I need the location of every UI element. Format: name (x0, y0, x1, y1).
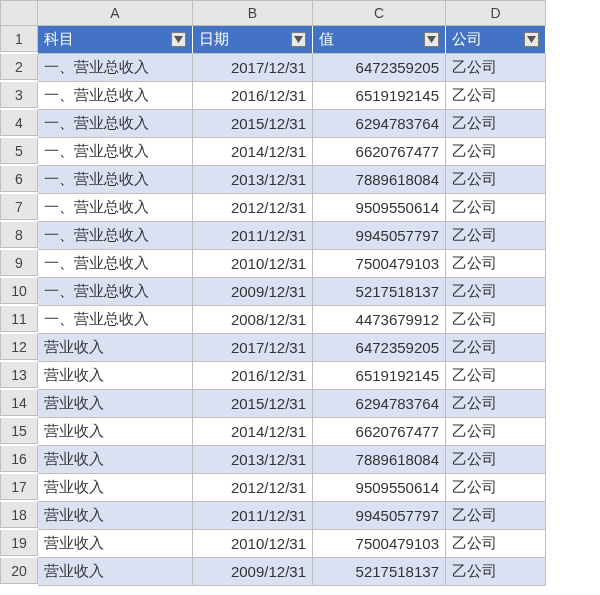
cell-date[interactable]: 2013/12/31 (193, 166, 313, 194)
row-header-7[interactable]: 7 (0, 194, 38, 220)
column-header-B[interactable]: B (193, 0, 313, 26)
row-header-17[interactable]: 17 (0, 474, 38, 500)
row-header-8[interactable]: 8 (0, 222, 38, 248)
cell-company[interactable]: 乙公司 (446, 250, 546, 278)
cell-value[interactable]: 6519192145 (313, 82, 446, 110)
cell-date[interactable]: 2017/12/31 (193, 54, 313, 82)
row-header-18[interactable]: 18 (0, 502, 38, 528)
cell-value[interactable]: 7889618084 (313, 166, 446, 194)
row-header-10[interactable]: 10 (0, 278, 38, 304)
cell-date[interactable]: 2014/12/31 (193, 138, 313, 166)
cell-date[interactable]: 2012/12/31 (193, 194, 313, 222)
cell-subject[interactable]: 营业收入 (38, 418, 193, 446)
cell-date[interactable]: 2012/12/31 (193, 474, 313, 502)
row-header-5[interactable]: 5 (0, 138, 38, 164)
cell-date[interactable]: 2010/12/31 (193, 250, 313, 278)
cell-company[interactable]: 乙公司 (446, 558, 546, 586)
cell-subject[interactable]: 一、营业总收入 (38, 306, 193, 334)
row-header-13[interactable]: 13 (0, 362, 38, 388)
row-header-16[interactable]: 16 (0, 446, 38, 472)
row-header-20[interactable]: 20 (0, 558, 38, 584)
cell-subject[interactable]: 营业收入 (38, 530, 193, 558)
cell-subject[interactable]: 一、营业总收入 (38, 110, 193, 138)
row-header-19[interactable]: 19 (0, 530, 38, 556)
cell-subject[interactable]: 营业收入 (38, 446, 193, 474)
cell-value[interactable]: 7500479103 (313, 250, 446, 278)
cell-value[interactable]: 7889618084 (313, 446, 446, 474)
cell-company[interactable]: 乙公司 (446, 110, 546, 138)
cell-value[interactable]: 6472359205 (313, 334, 446, 362)
cell-company[interactable]: 乙公司 (446, 530, 546, 558)
cell-date[interactable]: 2013/12/31 (193, 446, 313, 474)
cell-value[interactable]: 7500479103 (313, 530, 446, 558)
cell-company[interactable]: 乙公司 (446, 138, 546, 166)
column-header-A[interactable]: A (38, 0, 193, 26)
cell-subject[interactable]: 一、营业总收入 (38, 138, 193, 166)
cell-subject[interactable]: 一、营业总收入 (38, 250, 193, 278)
cell-company[interactable]: 乙公司 (446, 474, 546, 502)
table-header-subject[interactable]: 科目 (38, 26, 193, 54)
cell-value[interactable]: 9509550614 (313, 194, 446, 222)
cell-date[interactable]: 2008/12/31 (193, 306, 313, 334)
cell-subject[interactable]: 一、营业总收入 (38, 82, 193, 110)
cell-date[interactable]: 2016/12/31 (193, 362, 313, 390)
cell-date[interactable]: 2011/12/31 (193, 502, 313, 530)
cell-value[interactable]: 9509550614 (313, 474, 446, 502)
cell-date[interactable]: 2017/12/31 (193, 334, 313, 362)
cell-company[interactable]: 乙公司 (446, 306, 546, 334)
cell-subject[interactable]: 营业收入 (38, 502, 193, 530)
cell-date[interactable]: 2014/12/31 (193, 418, 313, 446)
cell-company[interactable]: 乙公司 (446, 166, 546, 194)
cell-subject[interactable]: 一、营业总收入 (38, 194, 193, 222)
cell-date[interactable]: 2011/12/31 (193, 222, 313, 250)
cell-value[interactable]: 9945057797 (313, 502, 446, 530)
row-header-14[interactable]: 14 (0, 390, 38, 416)
row-header-3[interactable]: 3 (0, 82, 38, 108)
column-header-D[interactable]: D (446, 0, 546, 26)
cell-subject[interactable]: 营业收入 (38, 474, 193, 502)
cell-company[interactable]: 乙公司 (446, 446, 546, 474)
cell-subject[interactable]: 营业收入 (38, 390, 193, 418)
cell-subject[interactable]: 营业收入 (38, 362, 193, 390)
cell-subject[interactable]: 营业收入 (38, 334, 193, 362)
row-header-4[interactable]: 4 (0, 110, 38, 136)
cell-value[interactable]: 6620767477 (313, 138, 446, 166)
cell-date[interactable]: 2015/12/31 (193, 390, 313, 418)
table-header-date[interactable]: 日期 (193, 26, 313, 54)
cell-value[interactable]: 6294783764 (313, 110, 446, 138)
cell-company[interactable]: 乙公司 (446, 222, 546, 250)
row-header-15[interactable]: 15 (0, 418, 38, 444)
cell-date[interactable]: 2009/12/31 (193, 278, 313, 306)
cell-value[interactable]: 4473679912 (313, 306, 446, 334)
cell-value[interactable]: 9945057797 (313, 222, 446, 250)
cell-company[interactable]: 乙公司 (446, 82, 546, 110)
cell-company[interactable]: 乙公司 (446, 334, 546, 362)
cell-value[interactable]: 6294783764 (313, 390, 446, 418)
cell-value[interactable]: 5217518137 (313, 278, 446, 306)
cell-subject[interactable]: 一、营业总收入 (38, 222, 193, 250)
cell-company[interactable]: 乙公司 (446, 502, 546, 530)
select-all-corner[interactable] (0, 0, 38, 26)
row-header-12[interactable]: 12 (0, 334, 38, 360)
cell-company[interactable]: 乙公司 (446, 418, 546, 446)
cell-subject[interactable]: 一、营业总收入 (38, 54, 193, 82)
cell-date[interactable]: 2015/12/31 (193, 110, 313, 138)
cell-date[interactable]: 2009/12/31 (193, 558, 313, 586)
cell-subject[interactable]: 营业收入 (38, 558, 193, 586)
cell-company[interactable]: 乙公司 (446, 54, 546, 82)
filter-dropdown-icon[interactable] (171, 32, 186, 47)
cell-date[interactable]: 2010/12/31 (193, 530, 313, 558)
row-header-9[interactable]: 9 (0, 250, 38, 276)
table-header-company[interactable]: 公司 (446, 26, 546, 54)
cell-value[interactable]: 5217518137 (313, 558, 446, 586)
row-header-6[interactable]: 6 (0, 166, 38, 192)
cell-company[interactable]: 乙公司 (446, 194, 546, 222)
cell-company[interactable]: 乙公司 (446, 390, 546, 418)
cell-subject[interactable]: 一、营业总收入 (38, 278, 193, 306)
row-header-1[interactable]: 1 (0, 26, 38, 52)
column-header-C[interactable]: C (313, 0, 446, 26)
cell-value[interactable]: 6519192145 (313, 362, 446, 390)
cell-company[interactable]: 乙公司 (446, 362, 546, 390)
cell-date[interactable]: 2016/12/31 (193, 82, 313, 110)
filter-dropdown-icon[interactable] (291, 32, 306, 47)
